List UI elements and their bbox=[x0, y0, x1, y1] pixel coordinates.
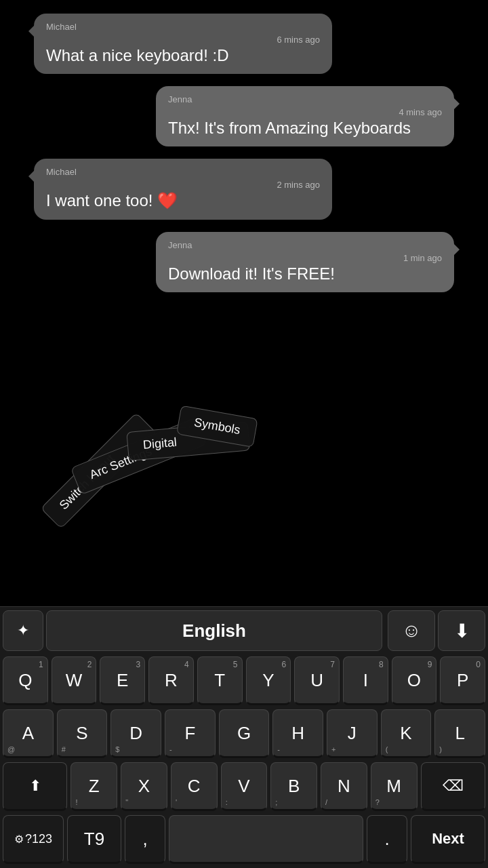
space-key[interactable] bbox=[169, 815, 363, 864]
key-n[interactable]: /N bbox=[321, 762, 367, 811]
key-t[interactable]: 5T bbox=[197, 656, 243, 705]
message-bubble-2: Jenna 4 mins ago Thx! It's from Amazing … bbox=[156, 86, 454, 146]
sender-1: Michael bbox=[46, 22, 320, 32]
keyboard-top-bar: ✦ English ☺ ⬇ bbox=[0, 607, 488, 654]
key-q[interactable]: 1Q bbox=[3, 656, 48, 705]
keyboard-row-1: 1Q 2W 3E 4R 5T 6Y 7U 8I 9O 0P bbox=[0, 654, 488, 707]
keyboard-logo-button[interactable]: ✦ bbox=[3, 610, 43, 651]
emoji-icon: ☺ bbox=[402, 620, 422, 642]
period-key[interactable]: . bbox=[367, 815, 407, 864]
symbols-label: ?123 bbox=[25, 832, 52, 846]
key-j[interactable]: +J bbox=[327, 709, 378, 758]
backspace-key[interactable]: ⌫ bbox=[421, 762, 485, 811]
keyboard-row-3: ⬆ !Z "X 'C :V ;B /N ?M ⌫ bbox=[0, 760, 488, 813]
download-button[interactable]: ⬇ bbox=[438, 610, 485, 651]
keyboard-row-2: @A #S $D -F G -H +J (K )L bbox=[0, 707, 488, 760]
key-y[interactable]: 6Y bbox=[246, 656, 291, 705]
message-text-1: What a nice keyboard! :D bbox=[46, 45, 320, 66]
key-i[interactable]: 8I bbox=[343, 656, 388, 705]
key-x[interactable]: "X bbox=[121, 762, 167, 811]
key-f[interactable]: -F bbox=[165, 709, 216, 758]
download-icon: ⬇ bbox=[454, 620, 470, 642]
keyboard-bottom-row: ⚙ ?123 T9 , . Next bbox=[0, 813, 488, 868]
key-p[interactable]: 0P bbox=[440, 656, 485, 705]
timestamp-2: 4 mins ago bbox=[399, 107, 442, 117]
timestamp-3: 2 mins ago bbox=[277, 180, 320, 190]
symbols-key[interactable]: ⚙ ?123 bbox=[3, 815, 64, 864]
key-k[interactable]: (K bbox=[381, 709, 432, 758]
key-o[interactable]: 9O bbox=[392, 656, 437, 705]
message-text-3: I want one too! ❤️ bbox=[46, 190, 320, 211]
key-h[interactable]: -H bbox=[272, 709, 323, 758]
settings-icon: ⚙ bbox=[14, 833, 24, 846]
timestamp-4: 1 min ago bbox=[403, 253, 442, 263]
language-label: English bbox=[182, 620, 246, 642]
keyboard: ✦ English ☺ ⬇ 1Q 2W 3E 4R 5T 6Y 7U 8I 9O… bbox=[0, 606, 488, 868]
key-m[interactable]: ?M bbox=[371, 762, 418, 811]
key-b[interactable]: ;B bbox=[270, 762, 317, 811]
t9-label: T9 bbox=[84, 829, 104, 850]
key-l[interactable]: )L bbox=[434, 709, 485, 758]
timestamp-1: 6 mins ago bbox=[277, 35, 320, 45]
shift-key[interactable]: ⬆ bbox=[3, 762, 67, 811]
message-bubble-1: Michael 6 mins ago What a nice keyboard!… bbox=[34, 14, 332, 74]
key-z[interactable]: !Z bbox=[70, 762, 117, 811]
key-w[interactable]: 2W bbox=[52, 656, 97, 705]
emoji-button[interactable]: ☺ bbox=[388, 610, 435, 651]
t9-key[interactable]: T9 bbox=[67, 815, 121, 864]
next-label: Next bbox=[432, 830, 464, 848]
logo-icon: ✦ bbox=[17, 622, 29, 639]
key-d[interactable]: $D bbox=[110, 709, 161, 758]
chat-area: Michael 6 mins ago What a nice keyboard!… bbox=[0, 0, 488, 420]
key-g[interactable]: G bbox=[219, 709, 270, 758]
sender-4: Jenna bbox=[168, 240, 442, 250]
key-c[interactable]: 'C bbox=[171, 762, 218, 811]
next-key[interactable]: Next bbox=[411, 815, 485, 864]
key-v[interactable]: :V bbox=[221, 762, 268, 811]
sender-2: Jenna bbox=[168, 94, 442, 104]
key-e[interactable]: 3E bbox=[100, 656, 145, 705]
message-text-4: Download it! It's FREE! bbox=[168, 263, 442, 284]
key-s[interactable]: #S bbox=[57, 709, 108, 758]
message-bubble-4: Jenna 1 min ago Download it! It's FREE! bbox=[156, 232, 454, 292]
key-a[interactable]: @A bbox=[3, 709, 54, 758]
message-text-2: Thx! It's from Amazing Keyboards bbox=[168, 117, 442, 138]
language-button[interactable]: English bbox=[46, 610, 382, 651]
key-u[interactable]: 7U bbox=[294, 656, 340, 705]
fan-menu: Switch layout Arc Settings Digital Symbo… bbox=[27, 359, 332, 536]
message-bubble-3: Michael 2 mins ago I want one too! ❤️ bbox=[34, 159, 332, 219]
comma-key[interactable]: , bbox=[125, 815, 165, 864]
key-r[interactable]: 4R bbox=[148, 656, 194, 705]
sender-3: Michael bbox=[46, 167, 320, 177]
